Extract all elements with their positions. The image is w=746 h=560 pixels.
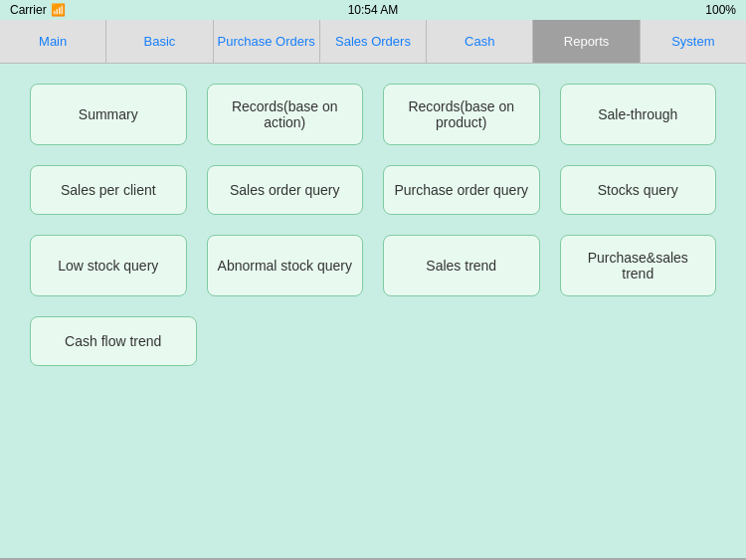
low-stock-query-button[interactable]: Low stock query (30, 235, 187, 296)
sales-trend-button[interactable]: Sales trend (383, 235, 540, 296)
cash-flow-trend-button[interactable]: Cash flow trend (30, 316, 197, 366)
status-time: 10:54 AM (348, 3, 399, 17)
nav-item-sales-orders[interactable]: Sales Orders (320, 20, 427, 63)
sales-per-client-button[interactable]: Sales per client (30, 165, 187, 215)
button-row-4: Cash flow trend (30, 316, 716, 366)
nav-bar: Main Basic Purchase Orders Sales Orders … (0, 20, 746, 64)
nav-item-cash[interactable]: Cash (427, 20, 533, 63)
button-row-1: Summary Records(base on action) Records(… (30, 84, 716, 145)
carrier-label: Carrier (10, 3, 47, 17)
battery-label: 100% (705, 3, 736, 17)
sale-through-button[interactable]: Sale-through (560, 84, 717, 145)
button-row-2: Sales per client Sales order query Purch… (30, 165, 716, 215)
wifi-icon: 📶 (51, 3, 66, 17)
purchase-order-query-button[interactable]: Purchase order query (383, 165, 540, 215)
records-product-button[interactable]: Records(base on product) (383, 84, 540, 145)
main-content: Summary Records(base on action) Records(… (0, 64, 746, 386)
abnormal-stock-query-button[interactable]: Abnormal stock query (207, 235, 364, 296)
status-bar: Carrier 📶 10:54 AM 100% (0, 0, 746, 20)
nav-item-reports[interactable]: Reports (533, 20, 640, 63)
nav-item-purchase-orders[interactable]: Purchase Orders (214, 20, 320, 63)
stocks-query-button[interactable]: Stocks query (560, 165, 717, 215)
sales-order-query-button[interactable]: Sales order query (207, 165, 364, 215)
nav-item-main[interactable]: Main (0, 20, 106, 63)
summary-button[interactable]: Summary (30, 84, 187, 145)
button-row-3: Low stock query Abnormal stock query Sal… (30, 235, 716, 296)
purchase-sales-trend-button[interactable]: Purchase&sales trend (560, 235, 717, 296)
nav-item-system[interactable]: System (641, 20, 746, 63)
nav-item-basic[interactable]: Basic (106, 20, 213, 63)
records-action-button[interactable]: Records(base on action) (207, 84, 364, 145)
status-right: 100% (705, 3, 736, 17)
status-left: Carrier 📶 (10, 3, 66, 17)
